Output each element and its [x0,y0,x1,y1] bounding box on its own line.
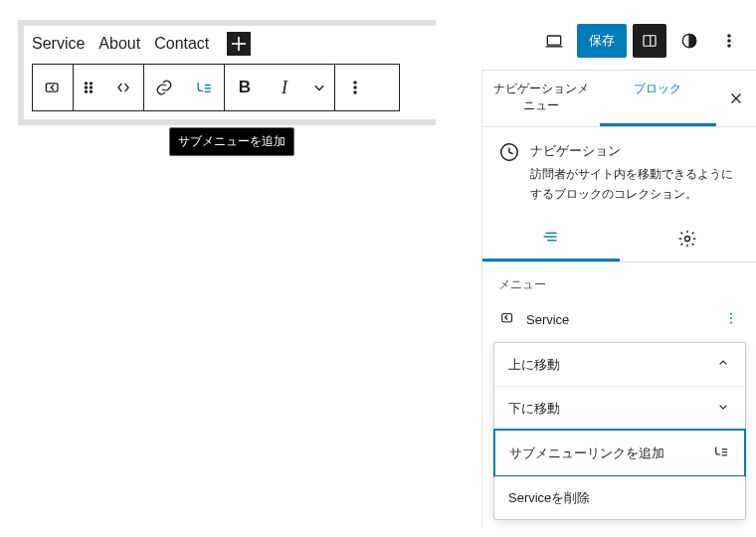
svg-rect-15 [547,36,560,45]
svg-point-13 [354,87,356,89]
svg-point-8 [91,90,93,92]
chevron-up-icon [715,355,731,374]
kebab-menu-icon[interactable] [712,24,746,58]
link-icon[interactable] [144,65,184,110]
dropdown-add-submenu-label: サブメニューリンクを追加 [509,445,664,462]
svg-point-22 [728,45,730,47]
block-type-icon[interactable] [33,65,73,110]
svg-point-20 [728,35,730,37]
save-button[interactable]: 保存 [577,24,627,58]
dropdown-move-down[interactable]: 下に移動 [494,386,745,430]
add-submenu-icon[interactable] [184,65,224,110]
menu-heading: メニュー [498,276,740,293]
svg-point-5 [86,87,88,89]
menu-item-label: Service [526,312,569,327]
move-arrows-icon[interactable] [103,65,143,110]
page-icon [498,309,516,330]
bold-button[interactable]: B [225,65,265,110]
nav-item-contact[interactable]: Contact [154,35,209,53]
italic-button[interactable]: I [265,65,304,110]
svg-point-4 [91,83,93,85]
subtab-list-icon[interactable] [482,216,620,262]
more-format-chevron-icon[interactable] [304,65,334,110]
top-toolbar: 保存 [537,24,746,58]
sidebar-toggle-icon[interactable] [633,24,666,58]
svg-point-7 [86,90,88,92]
block-title: ナビゲーション [530,141,740,162]
editor-canvas: Service About Contact [18,20,436,125]
close-sidebar-icon[interactable] [716,71,756,126]
tab-nav-menu[interactable]: ナビゲーションメニュー [482,71,600,126]
block-description: 訪問者がサイト内を移動できるようにするブロックのコレクション。 [530,165,740,203]
drag-handle-icon[interactable] [74,65,103,110]
svg-rect-17 [644,36,656,47]
svg-point-3 [86,83,88,85]
svg-point-32 [730,317,732,319]
dropdown-move-up-label: 上に移動 [508,356,560,374]
nav-item-service[interactable]: Service [32,35,85,53]
styles-icon[interactable] [672,24,706,58]
tooltip: サブメニューを追加 [169,127,294,156]
block-subtabs [482,216,756,263]
dropdown-remove-label: Serviceを削除 [508,489,590,507]
svg-point-29 [685,236,690,241]
add-block-button[interactable] [227,32,251,56]
canvas-frame: Service About Contact [18,20,436,125]
svg-point-33 [730,321,732,323]
menu-item-more-icon[interactable] [722,309,740,330]
sidebar-tabs: ナビゲーションメニュー ブロック [482,71,756,127]
svg-point-6 [91,87,93,89]
more-options-icon[interactable] [335,65,375,110]
submenu-icon [712,443,730,463]
dropdown-move-up[interactable]: 上に移動 [494,343,745,386]
subtab-settings-icon[interactable] [620,216,757,262]
svg-point-31 [730,312,732,314]
menu-item-dropdown: 上に移動 下に移動 サブメニューリンクを追加 Serviceを削除 [493,342,746,520]
device-preview-icon[interactable] [537,24,571,58]
dropdown-move-down-label: 下に移動 [508,400,560,418]
navigation-block[interactable]: Service About Contact [24,26,436,60]
svg-point-12 [354,82,356,84]
tab-block[interactable]: ブロック [600,71,717,126]
menu-section: メニュー Service [482,263,756,350]
menu-item-service[interactable]: Service [498,303,740,336]
chevron-down-icon [715,399,731,418]
dropdown-add-submenu[interactable]: サブメニューリンクを追加 [493,429,746,477]
dropdown-remove[interactable]: Serviceを削除 [494,476,745,519]
navigation-block-icon [498,141,520,204]
nav-item-about[interactable]: About [98,35,140,53]
block-toolbar: B I [32,64,400,111]
svg-point-14 [354,91,356,93]
block-info: ナビゲーション 訪問者がサイト内を移動できるようにするブロックのコレクション。 [482,127,756,216]
svg-point-21 [728,40,730,42]
